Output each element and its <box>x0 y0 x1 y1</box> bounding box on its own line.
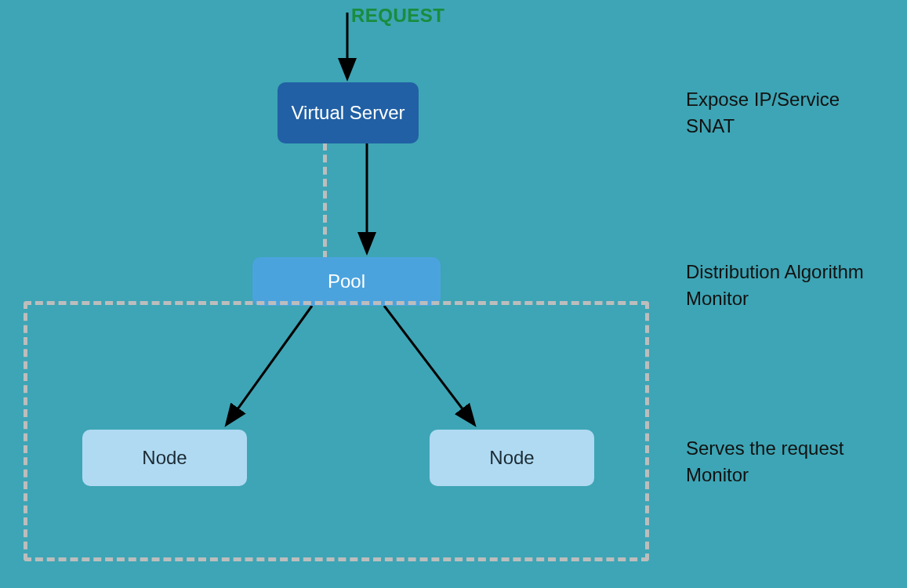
annotation-line: SNAT <box>686 113 840 140</box>
annotation-line: Monitor <box>686 462 844 488</box>
annotation-node: Serves the request Monitor <box>686 435 844 488</box>
node-right-label: Node <box>489 446 534 470</box>
load-balancer-diagram: REQUEST Virtual Server Pool Node Node Ex… <box>0 0 907 588</box>
annotation-line: Distribution Algorithm <box>686 259 864 285</box>
request-label: REQUEST <box>351 5 445 27</box>
virtual-server-label: Virtual Server <box>292 101 405 125</box>
annotation-line: Expose IP/Service <box>686 86 840 113</box>
dashed-link-vs-pool <box>323 143 327 259</box>
node-box-left: Node <box>82 430 247 486</box>
annotation-line: Monitor <box>686 285 864 312</box>
node-box-right: Node <box>430 430 594 486</box>
annotation-line: Serves the request <box>686 435 844 462</box>
pool-box: Pool <box>252 257 441 306</box>
annotation-virtual-server: Expose IP/Service SNAT <box>686 86 840 139</box>
annotation-pool: Distribution Algorithm Monitor <box>686 259 864 311</box>
pool-label: Pool <box>328 270 365 293</box>
virtual-server-box: Virtual Server <box>278 82 419 143</box>
node-left-label: Node <box>142 446 187 470</box>
